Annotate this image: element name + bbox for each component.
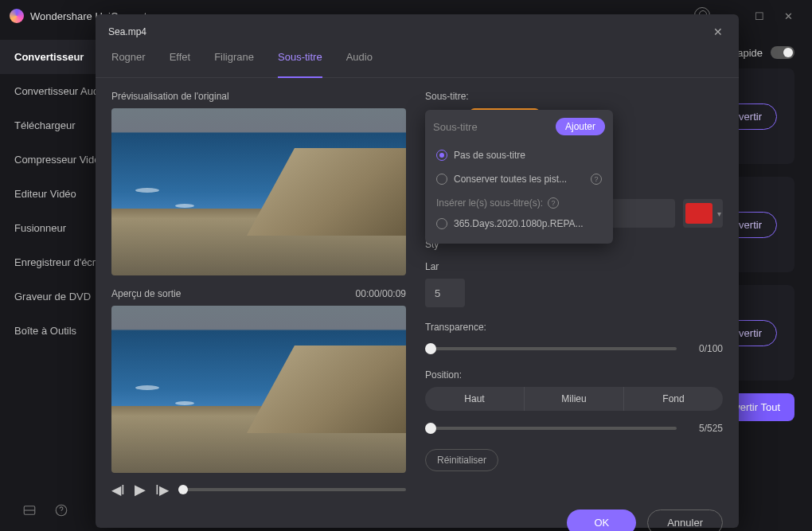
svg-point-2 <box>61 513 62 513</box>
modal-close-icon[interactable]: ✕ <box>710 22 726 41</box>
subtitle-dropdown: Sous-titre Ajouter Pas de sous-titre Con… <box>425 110 613 244</box>
position-label: Position: <box>425 369 723 381</box>
font-color-select[interactable]: ▾ <box>683 199 723 228</box>
color-swatch-icon <box>685 203 712 224</box>
transparency-label: Transparence: <box>425 322 723 333</box>
high-speed-toggle[interactable] <box>771 46 794 59</box>
radio-icon <box>436 174 447 185</box>
ok-button[interactable]: OK <box>567 510 636 531</box>
help-icon[interactable] <box>54 503 68 521</box>
add-subtitle-button[interactable]: Ajouter <box>556 118 605 135</box>
insert-subtitle-label: Insérer le(s) sous-titre(s): <box>436 197 543 209</box>
transparency-value: 0/100 <box>686 343 723 354</box>
width-input[interactable]: 5 <box>425 279 465 307</box>
scrub-bar[interactable] <box>178 488 406 491</box>
next-frame-icon[interactable]: Ⅰ▶ <box>155 482 169 498</box>
tab-subtitle[interactable]: Sous-titre <box>278 51 322 69</box>
subtitle-field-label: Sous-titre: <box>425 91 723 102</box>
option-subtitle-file[interactable]: 365.Days.2020.1080p.REPA... <box>433 212 605 236</box>
position-top[interactable]: Haut <box>425 387 525 411</box>
window-maximize[interactable]: ☐ <box>745 10 774 22</box>
cancel-button[interactable]: Annuler <box>647 510 723 531</box>
help-tooltip-icon-2[interactable]: ? <box>548 197 559 209</box>
tutorial-icon[interactable] <box>22 503 37 521</box>
radio-icon <box>436 218 447 229</box>
prev-frame-icon[interactable]: ◀Ⅰ <box>111 482 125 498</box>
tab-crop[interactable]: Rogner <box>111 51 146 69</box>
option-keep-all-tracks[interactable]: Conserver toutes les pist... ? <box>433 167 605 191</box>
dropdown-input-placeholder: Sous-titre <box>433 121 549 133</box>
width-label: Lar <box>425 261 723 272</box>
help-tooltip-icon[interactable]: ? <box>591 174 602 185</box>
preview-output-label: Aperçu de sortie <box>111 288 181 299</box>
tab-effect[interactable]: Effet <box>170 51 191 69</box>
editor-tabs: Rogner Effet Filigrane Sous-titre Audio <box>96 41 739 78</box>
position-middle[interactable]: Milieu <box>525 387 624 411</box>
play-icon[interactable]: ▶ <box>135 481 146 498</box>
position-slider-value: 5/525 <box>686 423 723 434</box>
position-bottom[interactable]: Fond <box>624 387 723 411</box>
subtitle-editor-modal: Sea.mp4 ✕ Rogner Effet Filigrane Sous-ti… <box>96 14 739 528</box>
option-no-subtitle[interactable]: Pas de sous-titre <box>433 143 605 167</box>
preview-original <box>111 108 406 275</box>
tab-watermark[interactable]: Filigrane <box>214 51 254 69</box>
position-segmented: Haut Milieu Fond <box>425 387 723 411</box>
app-logo-icon <box>10 9 24 23</box>
radio-selected-icon <box>436 150 447 161</box>
modal-filename: Sea.mp4 <box>108 26 710 37</box>
reset-button[interactable]: Réinitialiser <box>425 449 498 471</box>
position-slider[interactable] <box>425 427 677 430</box>
tab-audio[interactable]: Audio <box>346 51 373 69</box>
playback-controls: ◀Ⅰ ▶ Ⅰ▶ <box>111 481 406 498</box>
preview-output <box>111 306 406 473</box>
time-display: 00:00/00:09 <box>356 288 406 299</box>
preview-original-label: Prévisualisation de l'original <box>111 91 406 102</box>
window-close[interactable]: ✕ <box>774 10 802 22</box>
transparency-slider[interactable] <box>425 347 677 350</box>
